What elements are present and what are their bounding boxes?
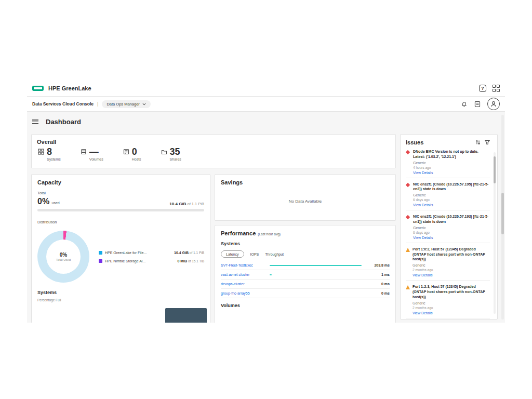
stat-hosts: 0 Hosts bbox=[123, 147, 141, 161]
release-notes-icon[interactable] bbox=[474, 101, 481, 108]
overall-card: Overall 8 Systems — Volu bbox=[31, 134, 396, 168]
hosts-count: 0 bbox=[132, 147, 137, 156]
tab-throughput[interactable]: Throughput bbox=[265, 252, 284, 256]
latency-value: 0 ms bbox=[366, 282, 390, 286]
content-scrollbar[interactable] bbox=[501, 115, 504, 320]
person-icon bbox=[490, 100, 497, 108]
savings-empty-text: No Data Available bbox=[221, 199, 390, 204]
chart-bar[interactable] bbox=[165, 308, 207, 323]
issue-category: Generic bbox=[413, 193, 490, 197]
hosts-icon bbox=[123, 149, 129, 155]
console-title: Data Services Cloud Console bbox=[32, 101, 94, 107]
capacity-title: Capacity bbox=[37, 179, 204, 185]
performance-systems-label: Systems bbox=[221, 241, 390, 246]
issue-item: DNode BMC Version is not up to date. Lat… bbox=[406, 145, 490, 178]
issue-time: 2 months ago bbox=[413, 306, 490, 310]
help-icon[interactable]: ? bbox=[479, 85, 486, 92]
issue-item: Port 1:0:2, Host 57 (12345) Degraded (ON… bbox=[406, 243, 490, 281]
issue-category: Generic bbox=[413, 301, 490, 305]
view-details-link[interactable]: View Details bbox=[413, 203, 490, 207]
notifications-bell-icon[interactable] bbox=[461, 101, 468, 108]
view-details-link[interactable]: View Details bbox=[413, 273, 490, 277]
system-link[interactable]: devops-cluster bbox=[221, 282, 269, 286]
issue-time: 4 hours ago bbox=[413, 166, 490, 169]
system-link[interactable]: SVT-Fleet-TestExec bbox=[221, 263, 269, 267]
brand-bar: HPE GreenLake ? bbox=[27, 81, 505, 97]
warning-icon bbox=[406, 285, 410, 289]
app-grid-dot bbox=[493, 89, 496, 92]
performance-volumes-label: Volumes bbox=[221, 303, 390, 308]
view-details-link[interactable]: View Details bbox=[413, 171, 490, 175]
system-link[interactable]: group-fhc-array55 bbox=[221, 291, 269, 295]
performance-row: SVT-Fleet-TestExec 203.8 ms bbox=[221, 261, 390, 270]
stat-systems: 8 Systems bbox=[38, 147, 61, 161]
issues-title: Issues bbox=[406, 139, 423, 145]
capacity-progress-bar bbox=[37, 209, 204, 211]
savings-card: Savings No Data Available bbox=[215, 174, 396, 221]
hpe-logo-icon bbox=[32, 86, 44, 91]
tab-latency[interactable]: Latency bbox=[221, 250, 244, 258]
shares-icon bbox=[161, 149, 167, 155]
systems-count: 8 bbox=[47, 147, 52, 156]
content-scrollbar-thumb[interactable] bbox=[501, 193, 504, 234]
issue-category: Generic bbox=[413, 226, 490, 230]
issue-text: Port 1:0:2, Host 57 (12345) Degraded (ON… bbox=[413, 247, 490, 262]
chevron-down-icon bbox=[142, 103, 146, 105]
issues-scrollbar[interactable] bbox=[494, 152, 496, 314]
latency-value: 1 ms bbox=[366, 273, 390, 276]
app-frame: HPE GreenLake ? Data Services Cloud Cons… bbox=[27, 81, 505, 323]
view-details-link[interactable]: View Details bbox=[413, 236, 490, 240]
legend-item-greenlake-file: HPE GreenLake for File... 10.4 GiB of 1.… bbox=[99, 251, 204, 255]
performance-card: Performance (Last hour avg) Systems Late… bbox=[215, 225, 396, 323]
filter-icon[interactable] bbox=[485, 140, 490, 145]
overall-title: Overall bbox=[37, 139, 390, 145]
issues-card: Issues DNode BMC Version is not up to da… bbox=[400, 134, 498, 320]
latency-value: 0 ms bbox=[366, 291, 390, 295]
capacity-total-label: Total bbox=[37, 191, 204, 195]
tab-iops[interactable]: IOPS bbox=[250, 252, 259, 256]
volumes-icon bbox=[81, 149, 87, 155]
issues-scrollbar-thumb[interactable] bbox=[494, 156, 496, 183]
console-bar: Data Services Cloud Console | Data Ops M… bbox=[27, 97, 505, 112]
volumes-label: Volumes bbox=[89, 157, 103, 161]
menu-hamburger-icon[interactable] bbox=[32, 118, 38, 126]
percentage-full-label: Percentage Full bbox=[37, 298, 204, 302]
dashboard-content: Dashboard Overall 8 Systems bbox=[27, 112, 505, 323]
critical-icon bbox=[406, 215, 410, 219]
screen: HPE GreenLake ? Data Services Cloud Cons… bbox=[0, 0, 532, 399]
capacity-systems-label: Systems bbox=[37, 290, 204, 295]
legend-swatch bbox=[99, 251, 102, 255]
systems-label: Systems bbox=[47, 157, 61, 161]
app-selector-dropdown[interactable]: Data Ops Manager bbox=[102, 100, 150, 108]
savings-title: Savings bbox=[221, 179, 390, 185]
performance-row: devops-cluster 0 ms bbox=[221, 280, 390, 289]
performance-row: vast-avnet-cluster 1 ms bbox=[221, 270, 390, 280]
issue-item: NIC ens2f1 (Cnode (10.226.57.193) [ftc-2… bbox=[406, 210, 490, 243]
separator: | bbox=[97, 101, 98, 107]
latency-sparkline bbox=[269, 289, 366, 298]
performance-row: group-fhc-array55 0 ms bbox=[221, 289, 390, 298]
systems-percentage-chart bbox=[37, 304, 204, 323]
user-avatar[interactable] bbox=[487, 98, 500, 110]
issue-time: 6 days ago bbox=[413, 198, 490, 202]
view-details-link[interactable]: View Details bbox=[413, 311, 490, 315]
issue-time: 2 months ago bbox=[413, 268, 490, 272]
system-link[interactable]: vast-avnet-cluster bbox=[221, 273, 269, 276]
brand-name: HPE GreenLake bbox=[48, 85, 91, 91]
app-grid-icon[interactable] bbox=[493, 85, 500, 92]
performance-subtitle: (Last hour avg) bbox=[258, 232, 281, 236]
sort-icon[interactable] bbox=[475, 140, 481, 145]
issue-category: Generic bbox=[413, 161, 490, 165]
stat-shares: 35 Shares bbox=[161, 147, 181, 161]
capacity-card: Capacity Total 0% used 10.4 GiB of 1.1 P… bbox=[31, 174, 210, 323]
latency-value: 203.8 ms bbox=[366, 263, 390, 267]
performance-title: Performance bbox=[221, 230, 256, 236]
issue-text: NIC ens2f1 (Cnode (10.226.57.193) [ftc-2… bbox=[413, 214, 490, 224]
distribution-label: Distribution bbox=[37, 220, 204, 224]
donut-center-value: 0% bbox=[60, 252, 67, 258]
capacity-used-value: 10.4 GiB of 1.1 PiB bbox=[169, 202, 204, 206]
latency-sparkline bbox=[269, 280, 366, 288]
issue-item: NIC ens2f1 (Cnode (10.226.57.195) [ftc-2… bbox=[406, 178, 490, 211]
shares-count: 35 bbox=[170, 147, 180, 156]
shares-label: Shares bbox=[170, 157, 181, 161]
